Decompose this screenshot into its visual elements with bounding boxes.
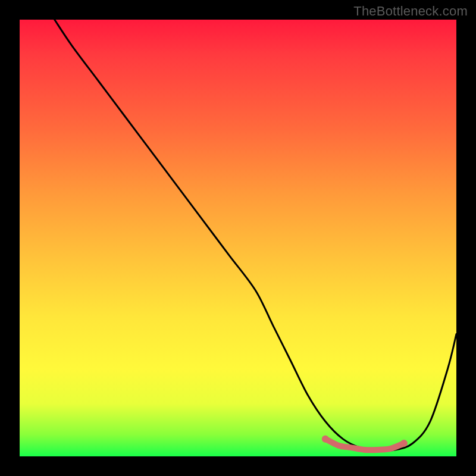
- curve-svg: [20, 20, 456, 456]
- plot-area: [20, 20, 456, 456]
- highlight-dot: [400, 440, 408, 447]
- bottleneck-curve-path: [55, 20, 456, 450]
- highlight-dot: [322, 436, 329, 443]
- watermark-text: TheBottleneck.com: [353, 4, 468, 19]
- highlight-stroke: [325, 439, 404, 450]
- chart-frame: TheBottleneck.com: [0, 0, 476, 476]
- highlight-markers: [322, 436, 408, 450]
